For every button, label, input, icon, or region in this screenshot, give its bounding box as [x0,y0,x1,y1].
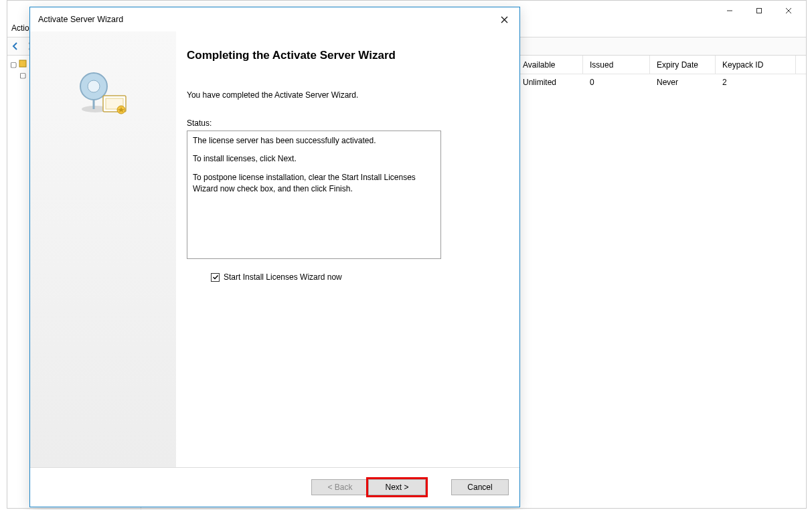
tree-expand-icon[interactable]: ▢ [10,60,17,69]
col-keypack[interactable]: Keypack ID [716,56,796,74]
wizard-graphic-icon [76,68,130,123]
maximize-button[interactable] [744,1,774,20]
cell-available: Unlimited [516,78,583,87]
svg-point-9 [88,80,100,92]
back-button: < Back [311,479,369,495]
wizard-side-panel [30,31,176,467]
col-available[interactable]: Available [516,56,583,74]
menu-action[interactable]: Actio [11,23,29,33]
wizard-title: Activate Server Wizard [38,15,123,24]
status-label: Status: [187,118,501,128]
col-issued[interactable]: Issued [583,56,650,74]
svg-rect-1 [757,9,762,13]
checkbox-icon[interactable] [211,273,220,282]
server-icon [18,59,27,70]
nav-back-icon[interactable] [10,41,21,52]
close-button[interactable] [774,1,803,20]
wizard-button-bar: < Back Next > Cancel [30,468,519,507]
wizard-main-panel: Completing the Activate Server Wizard Yo… [176,31,519,467]
tree-expand-icon[interactable]: ▢ [19,71,26,80]
wizard-heading: Completing the Activate Server Wizard [187,49,501,62]
cell-keypack: 2 [716,78,796,87]
cell-expiry: Never [650,78,716,87]
status-textbox[interactable]: The license server has been successfully… [187,131,441,259]
status-line: To install licenses, click Next. [193,153,435,165]
wizard-titlebar[interactable]: Activate Server Wizard [30,7,519,31]
cell-issued: 0 [583,78,650,87]
cancel-button[interactable]: Cancel [451,479,509,495]
status-line: The license server has been successfully… [193,135,435,147]
close-icon[interactable] [495,11,513,28]
checkbox-label: Start Install Licenses Wizard now [224,272,342,282]
wizard-subtext: You have completed the Activate Server W… [187,90,501,100]
next-button[interactable]: Next > [368,479,426,495]
minimize-button[interactable] [715,1,744,20]
svg-rect-4 [19,60,26,67]
status-line: To postpone license installation, clear … [193,172,435,195]
col-expiry[interactable]: Expiry Date [650,56,716,74]
start-install-checkbox-row[interactable]: Start Install Licenses Wizard now [211,272,501,282]
activate-server-wizard-dialog: Activate Server Wizard Completing [29,7,520,507]
